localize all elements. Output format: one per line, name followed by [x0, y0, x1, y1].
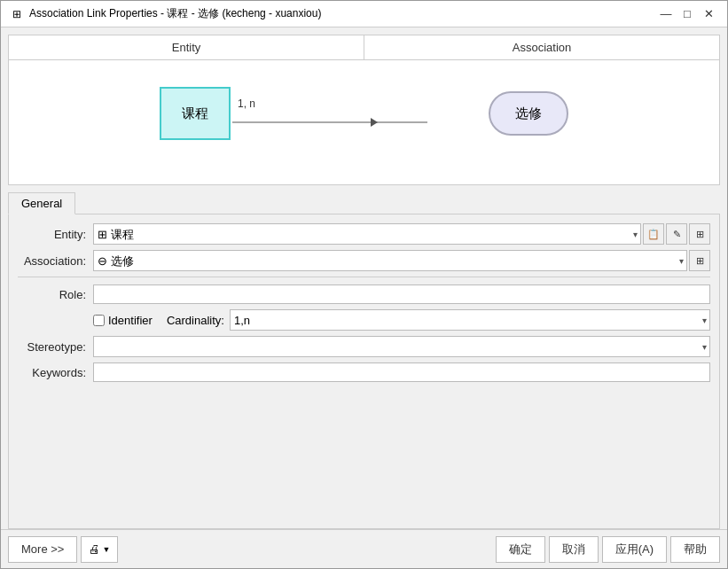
- tab-general-label: General: [21, 197, 62, 210]
- identifier-label-text: Identifier: [108, 314, 153, 327]
- cardinality-field-label: Cardinality:: [167, 314, 224, 327]
- entity-properties-icon: ⊞: [696, 229, 704, 240]
- title-bar-left: ⊞ Association Link Properties - 课程 - 选修 …: [10, 6, 321, 21]
- entity-node[interactable]: 课程: [160, 87, 231, 140]
- print-button[interactable]: 🖨 ▼: [81, 536, 118, 563]
- association-select[interactable]: ⊖ 选修: [93, 250, 687, 271]
- diagram-canvas: 课程 1, n 选修: [9, 60, 719, 184]
- cardinality-label: 1, n: [238, 97, 255, 110]
- association-field-label: Association:: [18, 254, 93, 268]
- cardinality-wrap: Cardinality: 1,n 1,1 0,n 0,1 ▾: [167, 309, 710, 331]
- stereotype-field-label: Stereotype:: [18, 340, 93, 354]
- bottom-bar: More >> 🖨 ▼ 确定 取消 应用(A) 帮助: [1, 529, 727, 568]
- keywords-row: Keywords:: [18, 362, 710, 382]
- bottom-right-buttons: 确定 取消 应用(A) 帮助: [496, 536, 720, 563]
- entity-properties-button[interactable]: ⊞: [689, 223, 710, 245]
- window-title: Association Link Properties - 课程 - 选修 (k…: [29, 6, 321, 21]
- window-icon: ⊞: [10, 7, 24, 21]
- minimize-button[interactable]: —: [656, 4, 676, 24]
- diagram-area: Entity Association 课程 1, n 选修: [8, 35, 720, 185]
- entity-field-label: Entity:: [18, 228, 93, 241]
- link-line: [232, 122, 427, 123]
- more-button[interactable]: More >>: [8, 536, 77, 563]
- print-dropdown-icon: ▼: [102, 545, 110, 554]
- association-properties-button[interactable]: ⊞: [689, 250, 710, 271]
- cardinality-select-wrapper: 1,n 1,1 0,n 0,1 ▾: [230, 309, 710, 331]
- keywords-input[interactable]: [93, 362, 710, 382]
- association-node[interactable]: 选修: [489, 91, 568, 136]
- ok-button[interactable]: 确定: [496, 536, 545, 563]
- diagram-col-entity: Entity: [9, 35, 364, 59]
- entity-select-wrapper: ⊞ 课程 ▾: [93, 223, 641, 245]
- tab-general[interactable]: General: [8, 192, 75, 214]
- association-node-label: 选修: [515, 105, 542, 122]
- stereotype-select[interactable]: [93, 336, 710, 357]
- role-input[interactable]: [93, 284, 710, 304]
- entity-select[interactable]: ⊞ 课程: [93, 223, 641, 245]
- help-button[interactable]: 帮助: [670, 536, 720, 563]
- print-icon: 🖨: [89, 542, 100, 556]
- keywords-field-label: Keywords:: [18, 366, 93, 379]
- entity-row: Entity: ⊞ 课程 ▾ 📋 ✎ ⊞: [18, 223, 710, 245]
- apply-button[interactable]: 应用(A): [602, 536, 667, 563]
- diagram-col-association: Association: [364, 35, 719, 59]
- title-bar: ⊞ Association Link Properties - 课程 - 选修 …: [1, 1, 727, 27]
- content-area: Entity: ⊞ 课程 ▾ 📋 ✎ ⊞: [8, 214, 720, 529]
- identifier-checkbox[interactable]: [93, 315, 105, 326]
- association-input-wrap: ⊖ 选修 ▾ ⊞: [93, 250, 710, 271]
- diagram-header: Entity Association: [9, 35, 719, 60]
- entity-node-label: 课程: [182, 105, 208, 122]
- close-button[interactable]: ✕: [699, 4, 718, 24]
- title-controls: — □ ✕: [656, 4, 718, 24]
- main-window: ⊞ Association Link Properties - 课程 - 选修 …: [0, 0, 728, 569]
- identifier-cardinality-row: Identifier Cardinality: 1,n 1,1 0,n 0,1 …: [93, 309, 710, 331]
- cardinality-select[interactable]: 1,n 1,1 0,n 0,1: [230, 309, 710, 331]
- stereotype-row: Stereotype: ▾: [18, 336, 710, 357]
- entity-edit-icon: ✎: [673, 229, 681, 240]
- link-arrow: [371, 118, 378, 127]
- identifier-checkbox-label: Identifier: [93, 314, 153, 327]
- maximize-button[interactable]: □: [677, 4, 697, 24]
- entity-browse-icon: 📋: [647, 229, 660, 240]
- entity-browse-button[interactable]: 📋: [643, 223, 664, 245]
- role-field-label: Role:: [18, 288, 93, 301]
- association-row: Association: ⊖ 选修 ▾ ⊞: [18, 250, 710, 271]
- association-select-wrapper: ⊖ 选修 ▾: [93, 250, 687, 271]
- role-row: Role:: [18, 284, 710, 304]
- cancel-button[interactable]: 取消: [549, 536, 599, 563]
- entity-edit-button[interactable]: ✎: [666, 223, 687, 245]
- divider: [18, 277, 710, 277]
- tabs-area: General: [8, 192, 720, 214]
- entity-input-wrap: ⊞ 课程 ▾ 📋 ✎ ⊞: [93, 223, 710, 245]
- stereotype-select-wrapper: ▾: [93, 336, 710, 357]
- association-properties-icon: ⊞: [696, 255, 704, 267]
